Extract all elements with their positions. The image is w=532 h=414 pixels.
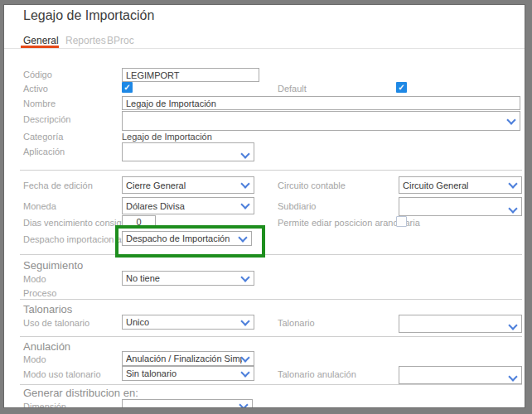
anulacion-section-title: Anulación [23, 340, 70, 353]
categoria-label: Categoría [23, 132, 63, 142]
chevron-down-icon [508, 320, 517, 330]
chevron-down-icon [239, 400, 248, 409]
modo-uso-talonario-label: Modo uso talonario [23, 369, 101, 379]
aplicacion-label: Aplicación [23, 147, 65, 156]
chevron-down-icon [508, 372, 517, 381]
modo-uso-talonario-combo[interactable]: Sin talonario [122, 366, 254, 381]
nombre-label: Nombre [23, 99, 56, 108]
tab-reportes[interactable]: Reportes [65, 35, 106, 46]
proceso-label: Proceso [23, 288, 56, 298]
tab-bproc[interactable]: BProc [107, 35, 134, 46]
modo-uso-talonario-value: Sin talonario [126, 368, 177, 378]
seguimiento-modo-label: Modo [23, 274, 46, 284]
anulacion-modo-label: Modo [23, 354, 46, 364]
descripcion-combo[interactable] [122, 111, 520, 131]
legajo-importacion-window: Legajo de Importación General Reportes B… [0, 0, 532, 414]
seguimiento-modo-value: No tiene [126, 273, 160, 283]
circuito-contable-value: Circuito General [403, 181, 468, 190]
chevron-down-icon [240, 200, 249, 209]
talonario-anulacion-label: Talonario anulación [278, 369, 356, 379]
chevron-down-icon [508, 204, 517, 213]
talonarios-section-title: Talonarios [23, 303, 72, 315]
descripcion-label: Descripción [23, 114, 70, 124]
chevron-down-icon [240, 149, 249, 158]
dimension-label: Dimensión [23, 402, 66, 412]
tab-general[interactable]: General [23, 35, 59, 46]
activo-checkbox[interactable]: ✓ [122, 82, 133, 93]
uso-talonario-value: Unico [126, 317, 149, 327]
categoria-value: Legajo de Importación [122, 132, 212, 142]
fecha-edicion-value: Cierre General [126, 181, 186, 190]
distribucion-section-title: Generar distribucion en: [23, 387, 138, 399]
uso-talonario-label: Uso de talonario [23, 318, 89, 328]
default-checkbox[interactable]: ✓ [396, 82, 407, 93]
fecha-edicion-label: Fecha de edición [23, 181, 93, 190]
chevron-down-icon [506, 115, 515, 124]
activo-label: Activo [23, 84, 48, 94]
chevron-down-icon [238, 233, 247, 242]
section-divider [20, 384, 522, 385]
talonario-label: Talonario [278, 318, 315, 328]
talonario-combo[interactable] [399, 315, 522, 333]
seguimiento-section-title: Seguimiento [23, 259, 83, 272]
permite-editar-checkbox[interactable] [396, 216, 407, 227]
chevron-down-icon [240, 316, 249, 325]
talonario-anulacion-combo[interactable] [399, 366, 522, 384]
tabbar-divider [4, 48, 525, 49]
section-divider [20, 254, 522, 255]
page-title: Legajo de Importación [23, 8, 154, 23]
chevron-down-icon [240, 368, 249, 377]
anulacion-modo-combo[interactable]: Anulación / Finalización Simple [122, 351, 254, 366]
aplicacion-combo[interactable] [122, 142, 254, 161]
codigo-input[interactable] [122, 68, 259, 82]
fecha-edicion-combo[interactable]: Cierre General [122, 176, 254, 194]
despacho-value: Despacho de Importación [126, 233, 230, 243]
chevron-down-icon [508, 179, 517, 188]
anulacion-modo-value: Anulación / Finalización Simple [126, 354, 242, 363]
seguimiento-modo-combo[interactable]: No tiene [122, 271, 254, 286]
despacho-combo[interactable]: Despacho de Importación [122, 231, 252, 246]
codigo-label: Código [23, 70, 52, 79]
section-divider [20, 299, 522, 300]
nombre-input[interactable] [122, 96, 520, 110]
chevron-down-icon [240, 353, 249, 362]
chevron-down-icon [240, 272, 249, 282]
dimension-combo[interactable] [122, 399, 253, 412]
subdiario-combo[interactable] [399, 197, 522, 216]
default-label: Default [278, 84, 307, 94]
chevron-down-icon [240, 179, 249, 188]
moneda-label: Moneda [23, 201, 56, 211]
circuito-contable-combo[interactable]: Circuito General [399, 176, 522, 194]
section-divider [20, 336, 522, 337]
moneda-combo[interactable]: Dólares Divisa [122, 197, 254, 214]
moneda-value: Dólares Divisa [126, 201, 185, 211]
dias-vencimiento-input[interactable] [122, 215, 156, 229]
uso-talonario-combo[interactable]: Unico [122, 315, 254, 330]
circuito-contable-label: Circuito contable [278, 181, 346, 190]
section-divider [20, 170, 522, 171]
subdiario-label: Subdiario [278, 201, 316, 211]
